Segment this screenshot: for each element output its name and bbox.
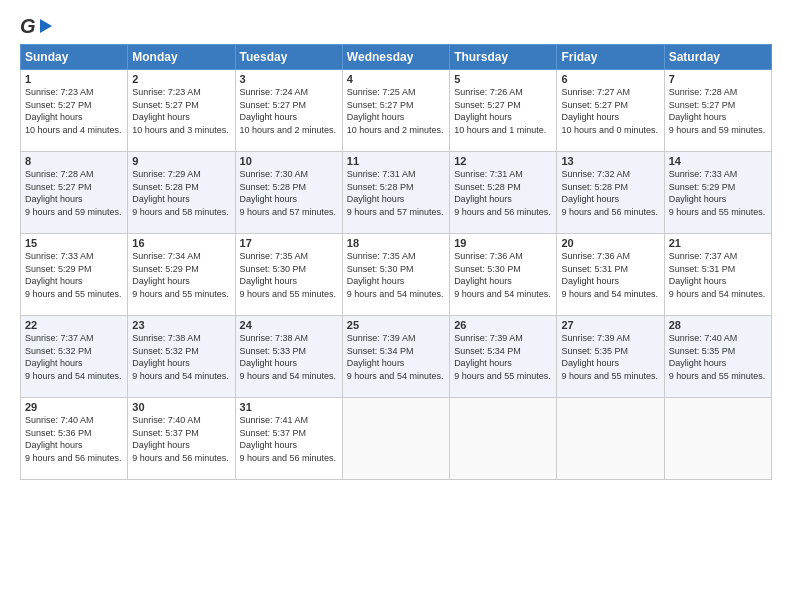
day-cell: [664, 398, 771, 480]
week-row-3: 15 Sunrise: 7:33 AM Sunset: 5:29 PM Dayl…: [21, 234, 772, 316]
day-cell: 6 Sunrise: 7:27 AM Sunset: 5:27 PM Dayli…: [557, 70, 664, 152]
daylight-label: Daylight hours: [669, 194, 727, 204]
sunset-label: Sunset: 5:27 PM: [132, 100, 199, 110]
daylight-value: 9 hours and 59 minutes.: [669, 125, 766, 135]
sunset-label: Sunset: 5:31 PM: [669, 264, 736, 274]
sunrise-label: Sunrise: 7:33 AM: [669, 169, 738, 179]
day-info: Sunrise: 7:32 AM Sunset: 5:28 PM Dayligh…: [561, 168, 659, 218]
daylight-value: 9 hours and 56 minutes.: [561, 207, 658, 217]
day-info: Sunrise: 7:35 AM Sunset: 5:30 PM Dayligh…: [240, 250, 338, 300]
daylight-value: 9 hours and 54 minutes.: [132, 371, 229, 381]
sunrise-label: Sunrise: 7:23 AM: [25, 87, 94, 97]
daylight-label: Daylight hours: [669, 276, 727, 286]
daylight-value: 9 hours and 54 minutes.: [454, 289, 551, 299]
day-cell: 26 Sunrise: 7:39 AM Sunset: 5:34 PM Dayl…: [450, 316, 557, 398]
day-number: 25: [347, 319, 445, 331]
day-number: 15: [25, 237, 123, 249]
daylight-value: 9 hours and 54 minutes.: [561, 289, 658, 299]
sunrise-label: Sunrise: 7:39 AM: [347, 333, 416, 343]
day-cell: 20 Sunrise: 7:36 AM Sunset: 5:31 PM Dayl…: [557, 234, 664, 316]
sunset-label: Sunset: 5:27 PM: [561, 100, 628, 110]
sunrise-label: Sunrise: 7:37 AM: [669, 251, 738, 261]
daylight-value: 9 hours and 55 minutes.: [454, 371, 551, 381]
daylight-label: Daylight hours: [561, 358, 619, 368]
day-cell: 14 Sunrise: 7:33 AM Sunset: 5:29 PM Dayl…: [664, 152, 771, 234]
day-number: 4: [347, 73, 445, 85]
daylight-label: Daylight hours: [454, 276, 512, 286]
day-info: Sunrise: 7:35 AM Sunset: 5:30 PM Dayligh…: [347, 250, 445, 300]
day-cell: 23 Sunrise: 7:38 AM Sunset: 5:32 PM Dayl…: [128, 316, 235, 398]
day-number: 30: [132, 401, 230, 413]
sunset-label: Sunset: 5:35 PM: [669, 346, 736, 356]
day-number: 10: [240, 155, 338, 167]
week-row-4: 22 Sunrise: 7:37 AM Sunset: 5:32 PM Dayl…: [21, 316, 772, 398]
daylight-label: Daylight hours: [669, 358, 727, 368]
sunset-label: Sunset: 5:31 PM: [561, 264, 628, 274]
day-info: Sunrise: 7:28 AM Sunset: 5:27 PM Dayligh…: [25, 168, 123, 218]
day-info: Sunrise: 7:37 AM Sunset: 5:32 PM Dayligh…: [25, 332, 123, 382]
sunset-label: Sunset: 5:29 PM: [669, 182, 736, 192]
day-cell: 7 Sunrise: 7:28 AM Sunset: 5:27 PM Dayli…: [664, 70, 771, 152]
day-info: Sunrise: 7:29 AM Sunset: 5:28 PM Dayligh…: [132, 168, 230, 218]
day-cell: 17 Sunrise: 7:35 AM Sunset: 5:30 PM Dayl…: [235, 234, 342, 316]
daylight-value: 9 hours and 56 minutes.: [132, 453, 229, 463]
sunrise-label: Sunrise: 7:40 AM: [25, 415, 94, 425]
day-info: Sunrise: 7:34 AM Sunset: 5:29 PM Dayligh…: [132, 250, 230, 300]
daylight-label: Daylight hours: [454, 194, 512, 204]
day-info: Sunrise: 7:36 AM Sunset: 5:31 PM Dayligh…: [561, 250, 659, 300]
day-info: Sunrise: 7:23 AM Sunset: 5:27 PM Dayligh…: [132, 86, 230, 136]
sunset-label: Sunset: 5:37 PM: [240, 428, 307, 438]
sunrise-label: Sunrise: 7:24 AM: [240, 87, 309, 97]
day-cell: 21 Sunrise: 7:37 AM Sunset: 5:31 PM Dayl…: [664, 234, 771, 316]
daylight-label: Daylight hours: [669, 112, 727, 122]
logo: G: [20, 16, 56, 36]
sunrise-label: Sunrise: 7:35 AM: [240, 251, 309, 261]
day-number: 3: [240, 73, 338, 85]
sunrise-label: Sunrise: 7:28 AM: [669, 87, 738, 97]
sunrise-label: Sunrise: 7:25 AM: [347, 87, 416, 97]
sunset-label: Sunset: 5:28 PM: [454, 182, 521, 192]
day-info: Sunrise: 7:33 AM Sunset: 5:29 PM Dayligh…: [669, 168, 767, 218]
daylight-label: Daylight hours: [240, 276, 298, 286]
header: G: [20, 16, 772, 36]
day-cell: 9 Sunrise: 7:29 AM Sunset: 5:28 PM Dayli…: [128, 152, 235, 234]
day-cell: 3 Sunrise: 7:24 AM Sunset: 5:27 PM Dayli…: [235, 70, 342, 152]
daylight-label: Daylight hours: [132, 276, 190, 286]
day-cell: 24 Sunrise: 7:38 AM Sunset: 5:33 PM Dayl…: [235, 316, 342, 398]
day-number: 13: [561, 155, 659, 167]
day-cell: 13 Sunrise: 7:32 AM Sunset: 5:28 PM Dayl…: [557, 152, 664, 234]
sunset-label: Sunset: 5:27 PM: [669, 100, 736, 110]
day-cell: [557, 398, 664, 480]
day-number: 20: [561, 237, 659, 249]
daylight-label: Daylight hours: [132, 112, 190, 122]
sunrise-label: Sunrise: 7:30 AM: [240, 169, 309, 179]
day-info: Sunrise: 7:40 AM Sunset: 5:36 PM Dayligh…: [25, 414, 123, 464]
daylight-value: 9 hours and 57 minutes.: [347, 207, 444, 217]
daylight-label: Daylight hours: [25, 276, 83, 286]
logo-arrow-icon: [40, 19, 52, 33]
day-cell: 16 Sunrise: 7:34 AM Sunset: 5:29 PM Dayl…: [128, 234, 235, 316]
day-number: 21: [669, 237, 767, 249]
daylight-value: 9 hours and 56 minutes.: [240, 453, 337, 463]
daylight-label: Daylight hours: [132, 194, 190, 204]
sunrise-label: Sunrise: 7:36 AM: [454, 251, 523, 261]
week-row-2: 8 Sunrise: 7:28 AM Sunset: 5:27 PM Dayli…: [21, 152, 772, 234]
day-number: 28: [669, 319, 767, 331]
day-info: Sunrise: 7:39 AM Sunset: 5:35 PM Dayligh…: [561, 332, 659, 382]
daylight-value: 9 hours and 58 minutes.: [132, 207, 229, 217]
sunrise-label: Sunrise: 7:23 AM: [132, 87, 201, 97]
day-number: 17: [240, 237, 338, 249]
day-cell: 1 Sunrise: 7:23 AM Sunset: 5:27 PM Dayli…: [21, 70, 128, 152]
sunrise-label: Sunrise: 7:29 AM: [132, 169, 201, 179]
daylight-value: 10 hours and 0 minutes.: [561, 125, 658, 135]
day-info: Sunrise: 7:37 AM Sunset: 5:31 PM Dayligh…: [669, 250, 767, 300]
daylight-label: Daylight hours: [454, 112, 512, 122]
col-header-friday: Friday: [557, 45, 664, 70]
day-number: 26: [454, 319, 552, 331]
sunrise-label: Sunrise: 7:36 AM: [561, 251, 630, 261]
day-info: Sunrise: 7:36 AM Sunset: 5:30 PM Dayligh…: [454, 250, 552, 300]
daylight-label: Daylight hours: [240, 112, 298, 122]
day-cell: 29 Sunrise: 7:40 AM Sunset: 5:36 PM Dayl…: [21, 398, 128, 480]
day-number: 24: [240, 319, 338, 331]
day-info: Sunrise: 7:39 AM Sunset: 5:34 PM Dayligh…: [347, 332, 445, 382]
